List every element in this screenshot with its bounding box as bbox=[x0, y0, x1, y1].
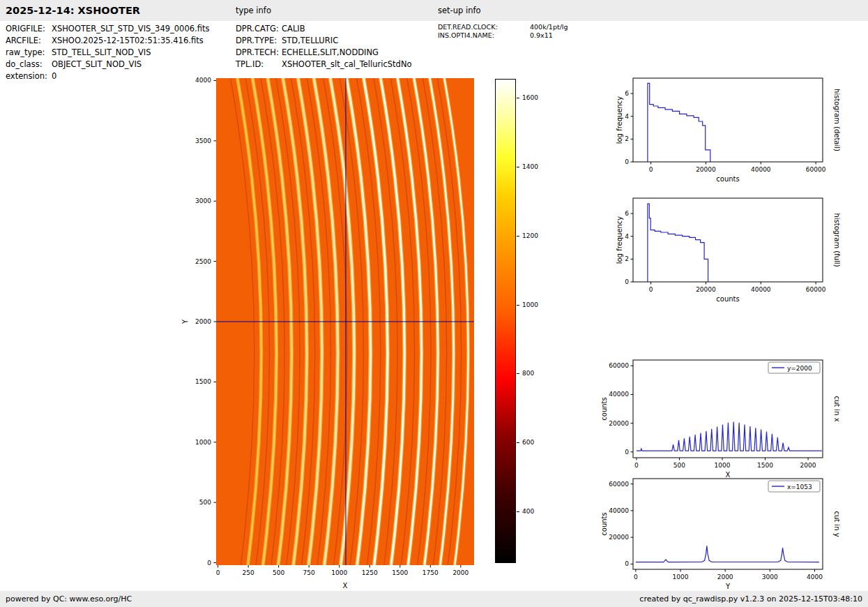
svg-text:1500: 1500 bbox=[757, 462, 773, 469]
info-label: TPL.ID: bbox=[236, 59, 282, 70]
info-label: extension: bbox=[6, 70, 52, 82]
info-row: INS.OPTI4.NAME:0.9x11 bbox=[438, 31, 568, 40]
svg-text:40000: 40000 bbox=[751, 166, 771, 173]
colorbar-tick bbox=[517, 305, 519, 306]
svg-text:4000: 4000 bbox=[807, 574, 823, 580]
histogram-full-chart: 02000040000600000246countslog frequencyh… bbox=[593, 194, 840, 311]
svg-text:750: 750 bbox=[303, 569, 315, 576]
svg-text:log frequency: log frequency bbox=[616, 216, 623, 264]
svg-text:cut in x: cut in x bbox=[833, 396, 840, 421]
svg-text:histogram (full): histogram (full) bbox=[833, 213, 840, 267]
info-row: extension:0 bbox=[6, 70, 209, 82]
info-value: ECHELLE,SLIT,NODDING bbox=[282, 47, 379, 57]
footer-credit-left: powered by QC: www.eso.org/HC bbox=[6, 591, 132, 607]
info-value: STD,TELLURIC bbox=[282, 36, 338, 45]
info-label: do_class: bbox=[6, 59, 52, 70]
svg-text:counts: counts bbox=[600, 397, 608, 420]
info-label: INS.OPTI4.NAME: bbox=[438, 31, 530, 40]
svg-text:60000: 60000 bbox=[609, 362, 629, 369]
info-value: 0 bbox=[52, 71, 56, 81]
svg-text:2000: 2000 bbox=[195, 318, 211, 325]
info-label: DPR.CATG: bbox=[236, 23, 282, 35]
footer-bar: powered by QC: www.eso.org/HC created by… bbox=[0, 591, 868, 607]
colorbar: 4006008001000120014001600 bbox=[488, 74, 565, 569]
info-value: XSHOO.2025-12-15T02:51:35.416.fits bbox=[52, 36, 204, 45]
info-value: XSHOOTER_slt_cal_TelluricStdNo bbox=[282, 59, 412, 69]
info-value: CALIB bbox=[282, 24, 305, 33]
type-info-section: DPR.CATG:CALIBDPR.TYPE:STD,TELLURICDPR.T… bbox=[236, 23, 412, 70]
svg-text:1750: 1750 bbox=[422, 569, 439, 576]
svg-text:4: 4 bbox=[625, 113, 629, 120]
svg-text:4: 4 bbox=[625, 233, 629, 240]
info-label: raw_type: bbox=[6, 47, 52, 59]
svg-text:0: 0 bbox=[625, 158, 629, 165]
cut-y-plot: 010002000300040000200004000060000Ycounts… bbox=[593, 474, 840, 590]
svg-text:2500: 2500 bbox=[195, 258, 211, 265]
colorbar-tick-label: 800 bbox=[522, 369, 534, 377]
hist-full-plot: 02000040000600000246countslog frequencyh… bbox=[593, 194, 840, 311]
svg-text:500: 500 bbox=[273, 569, 284, 576]
setup-info-heading: set-up info bbox=[438, 0, 481, 21]
info-label: DPR.TYPE: bbox=[236, 35, 282, 47]
svg-text:0: 0 bbox=[634, 462, 639, 469]
svg-text:20000: 20000 bbox=[609, 420, 629, 427]
info-row: TPL.ID:XSHOOTER_slt_cal_TelluricStdNo bbox=[236, 59, 412, 70]
svg-text:Y: Y bbox=[725, 583, 731, 590]
info-value: 0.9x11 bbox=[530, 31, 553, 39]
svg-text:y=2000: y=2000 bbox=[787, 365, 812, 372]
svg-text:0: 0 bbox=[625, 449, 629, 456]
colorbar-tick-label: 1200 bbox=[522, 232, 538, 240]
histogram-detail-chart: 02000040000600000246countslog frequencyh… bbox=[593, 74, 840, 191]
cut-x-plot: 05001000150020000200004000060000Xcountsc… bbox=[593, 356, 840, 479]
svg-text:500: 500 bbox=[673, 462, 685, 469]
svg-text:3000: 3000 bbox=[762, 574, 778, 580]
type-info-heading: type info bbox=[236, 0, 271, 21]
svg-text:6: 6 bbox=[625, 90, 629, 97]
colorbar-tick bbox=[517, 98, 519, 98]
info-label: DET.READ.CLOCK: bbox=[438, 23, 530, 31]
svg-text:0: 0 bbox=[625, 560, 629, 567]
svg-text:20000: 20000 bbox=[696, 286, 716, 293]
svg-text:6: 6 bbox=[625, 210, 629, 217]
svg-text:2000: 2000 bbox=[452, 569, 469, 576]
info-row: ARCFILE:XSHOO.2025-12-15T02:51:35.416.fi… bbox=[6, 35, 209, 47]
svg-text:0: 0 bbox=[649, 166, 653, 173]
info-row: raw_type:STD_TELL_SLIT_NOD_VIS bbox=[6, 47, 209, 59]
svg-text:0: 0 bbox=[649, 286, 653, 293]
footer-credit-right: created by qc_rawdisp.py v1.2.3 on 2025-… bbox=[639, 591, 862, 607]
svg-text:counts: counts bbox=[600, 512, 608, 535]
svg-text:40000: 40000 bbox=[609, 391, 629, 398]
svg-text:1500: 1500 bbox=[195, 378, 211, 385]
svg-text:60000: 60000 bbox=[806, 286, 826, 293]
svg-text:40000: 40000 bbox=[609, 507, 629, 514]
info-value: STD_TELL_SLIT_NOD_VIS bbox=[52, 47, 151, 57]
svg-text:2: 2 bbox=[625, 135, 629, 142]
info-row: DPR.TYPE:STD,TELLURIC bbox=[236, 35, 412, 47]
svg-text:x=1053: x=1053 bbox=[787, 484, 812, 490]
colorbar-tick-label: 1400 bbox=[522, 163, 538, 171]
colorbar-tick bbox=[517, 373, 519, 374]
cut-in-y-chart: 010002000300040000200004000060000Ycounts… bbox=[593, 474, 840, 590]
svg-text:counts: counts bbox=[716, 175, 739, 183]
svg-text:20000: 20000 bbox=[609, 534, 629, 541]
svg-text:1000: 1000 bbox=[715, 462, 731, 469]
svg-text:3500: 3500 bbox=[195, 137, 211, 144]
info-row: DET.READ.CLOCK:400k/1pt/lg bbox=[438, 23, 568, 31]
svg-text:250: 250 bbox=[243, 569, 254, 576]
colorbar-tick bbox=[517, 442, 519, 443]
svg-text:Y: Y bbox=[181, 319, 189, 324]
svg-text:60000: 60000 bbox=[806, 166, 826, 173]
svg-text:0: 0 bbox=[216, 569, 220, 576]
svg-text:0: 0 bbox=[634, 574, 638, 580]
svg-text:0: 0 bbox=[207, 560, 211, 567]
header-bar: 2025-12-14: XSHOOTER type info set-up in… bbox=[0, 0, 868, 21]
svg-text:40000: 40000 bbox=[751, 286, 771, 293]
page-title: 2025-12-14: XSHOOTER bbox=[6, 0, 140, 21]
svg-text:counts: counts bbox=[716, 295, 739, 303]
raw-image-panel bbox=[216, 78, 474, 565]
svg-text:1000: 1000 bbox=[195, 439, 211, 446]
svg-text:0: 0 bbox=[625, 278, 629, 285]
info-label: ORIGFILE: bbox=[6, 23, 52, 35]
svg-text:60000: 60000 bbox=[609, 481, 629, 488]
colorbar-tick bbox=[517, 236, 519, 237]
